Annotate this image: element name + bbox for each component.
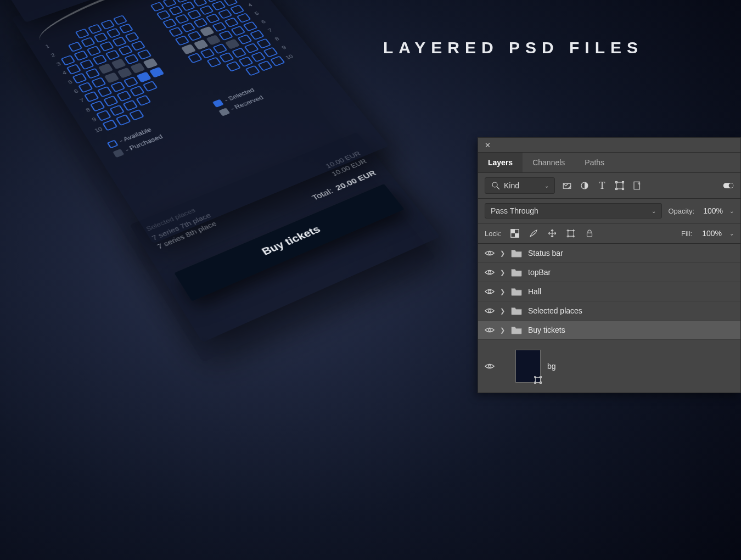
layer-row[interactable]: ❯Selected places bbox=[478, 301, 740, 321]
visibility-eye-icon[interactable] bbox=[485, 288, 495, 295]
seat[interactable] bbox=[232, 47, 247, 58]
seat[interactable] bbox=[103, 96, 119, 107]
seat[interactable] bbox=[205, 13, 220, 24]
seat[interactable] bbox=[211, 1, 226, 10]
seat[interactable] bbox=[88, 24, 103, 34]
seat[interactable] bbox=[169, 27, 183, 37]
seat[interactable] bbox=[81, 37, 96, 47]
seat[interactable] bbox=[75, 29, 90, 39]
seat[interactable] bbox=[122, 100, 138, 111]
seat[interactable] bbox=[106, 28, 121, 38]
seat[interactable] bbox=[66, 64, 81, 75]
filter-kind-dropdown[interactable]: Kind ⌄ bbox=[485, 177, 555, 194]
layer-name[interactable]: Hall bbox=[528, 287, 541, 296]
seat[interactable] bbox=[118, 45, 133, 55]
seat[interactable] bbox=[231, 26, 245, 36]
seat[interactable] bbox=[243, 21, 257, 32]
lock-artboard-icon[interactable] bbox=[565, 228, 576, 239]
seat[interactable] bbox=[130, 63, 145, 74]
seat[interactable] bbox=[115, 114, 131, 126]
seat[interactable] bbox=[226, 61, 241, 72]
seat[interactable] bbox=[162, 18, 177, 29]
seat[interactable] bbox=[136, 95, 151, 107]
lock-transparent-icon[interactable] bbox=[509, 228, 520, 239]
visibility-eye-icon[interactable] bbox=[485, 268, 495, 276]
seat[interactable] bbox=[263, 47, 278, 57]
layer-name[interactable]: Selected places bbox=[528, 306, 582, 315]
seat[interactable] bbox=[130, 86, 145, 97]
seat[interactable] bbox=[129, 109, 144, 121]
visibility-eye-icon[interactable] bbox=[485, 326, 495, 334]
seat[interactable] bbox=[137, 49, 151, 59]
seat[interactable] bbox=[194, 40, 209, 50]
seat[interactable] bbox=[245, 65, 260, 76]
seat[interactable] bbox=[230, 4, 245, 14]
filter-type-icon[interactable]: T bbox=[597, 180, 608, 191]
seat[interactable] bbox=[85, 68, 100, 79]
chevron-down-icon[interactable]: ⌄ bbox=[729, 231, 734, 237]
seat[interactable] bbox=[250, 30, 265, 40]
seat[interactable] bbox=[187, 31, 202, 41]
seat[interactable] bbox=[206, 35, 221, 45]
lock-all-icon[interactable] bbox=[584, 228, 595, 239]
seat[interactable] bbox=[117, 68, 133, 79]
seat[interactable] bbox=[92, 54, 107, 65]
seat[interactable] bbox=[111, 59, 126, 70]
expand-arrow-icon[interactable]: ❯ bbox=[500, 288, 505, 295]
seat[interactable] bbox=[256, 38, 272, 49]
layers-panel[interactable]: ✕ Layers Channels Paths Kind ⌄ T Pass Th… bbox=[478, 137, 741, 393]
seat[interactable] bbox=[87, 46, 102, 56]
expand-arrow-icon[interactable]: ❯ bbox=[500, 269, 505, 276]
seat[interactable] bbox=[100, 19, 115, 30]
layer-row[interactable]: ❯Hall bbox=[478, 282, 740, 301]
seat[interactable] bbox=[175, 35, 189, 46]
seat[interactable] bbox=[113, 15, 128, 25]
layer-row[interactable]: ❯Buy tickets bbox=[478, 321, 740, 340]
seat[interactable] bbox=[237, 34, 252, 44]
seat[interactable] bbox=[112, 36, 127, 47]
seat[interactable] bbox=[193, 18, 208, 28]
seat[interactable] bbox=[169, 5, 183, 15]
chevron-down-icon[interactable]: ⌄ bbox=[729, 208, 734, 214]
layer-row-bg[interactable]: bg bbox=[478, 340, 740, 393]
seat[interactable] bbox=[90, 100, 105, 112]
layer-name[interactable]: topBar bbox=[528, 268, 551, 277]
seat[interactable] bbox=[74, 51, 88, 61]
seat[interactable] bbox=[149, 67, 165, 78]
expand-arrow-icon[interactable]: ❯ bbox=[500, 327, 505, 334]
seat[interactable] bbox=[124, 76, 139, 87]
seat[interactable] bbox=[116, 91, 132, 102]
opacity-value[interactable]: 100% bbox=[703, 206, 723, 215]
seat[interactable] bbox=[143, 58, 158, 69]
seat[interactable] bbox=[187, 9, 202, 19]
seat[interactable] bbox=[181, 44, 196, 54]
tab-paths[interactable]: Paths bbox=[575, 153, 614, 172]
filter-smart-icon[interactable] bbox=[632, 180, 643, 191]
seat[interactable] bbox=[251, 52, 266, 63]
seat[interactable] bbox=[212, 22, 227, 32]
seat[interactable] bbox=[84, 91, 99, 103]
seat[interactable] bbox=[257, 60, 273, 71]
seat[interactable] bbox=[99, 41, 114, 52]
seat[interactable] bbox=[93, 32, 108, 43]
filter-pixel-icon[interactable] bbox=[562, 180, 572, 191]
layer-row[interactable]: ❯Status bar bbox=[478, 244, 740, 263]
tab-layers[interactable]: Layers bbox=[478, 153, 523, 172]
seat[interactable] bbox=[206, 57, 222, 68]
seat[interactable] bbox=[219, 52, 234, 63]
layer-name[interactable]: Status bar bbox=[528, 249, 563, 257]
seat[interactable] bbox=[125, 32, 139, 42]
filter-adjust-icon[interactable] bbox=[579, 180, 590, 191]
seat[interactable] bbox=[200, 48, 215, 58]
layer-row[interactable]: ❯topBar bbox=[478, 263, 740, 282]
seat[interactable] bbox=[80, 59, 94, 70]
seat[interactable] bbox=[181, 23, 196, 33]
visibility-eye-icon[interactable] bbox=[485, 249, 495, 257]
seat[interactable] bbox=[68, 42, 83, 52]
seat[interactable] bbox=[119, 24, 133, 34]
tab-channels[interactable]: Channels bbox=[523, 153, 575, 172]
seat[interactable] bbox=[175, 14, 189, 24]
seat[interactable] bbox=[199, 5, 214, 15]
seat[interactable] bbox=[136, 71, 151, 82]
seat[interactable] bbox=[156, 10, 171, 20]
